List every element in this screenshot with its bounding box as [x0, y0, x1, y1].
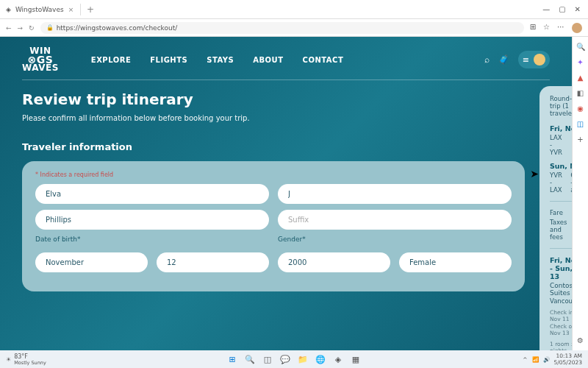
user-menu[interactable]: ≡	[518, 51, 550, 68]
hotel-city: Vancouver	[550, 297, 572, 305]
traveler-form: * Indicates a required field Date of bir…	[22, 161, 525, 291]
page-content: WIN ⊗GS WAVES EXPLORE FLIGHTS STAYS ABOU…	[0, 37, 572, 350]
chat-icon[interactable]: 💬	[279, 353, 291, 365]
flight-leg-1: Fri, Nov 11 LAX - YVR5:20 pm - 8:12	[550, 124, 572, 156]
sidebar-icon[interactable]: ◫	[577, 120, 584, 128]
url-input[interactable]: 🔒 https://wingstowaves.com/checkout/	[40, 22, 524, 34]
close-icon[interactable]: ×	[68, 6, 74, 13]
sidebar-icon[interactable]: ✦	[577, 58, 583, 66]
taskbar: ☀ 83°FMostly Sunny ⊞ 🔍 ◫ 💬 📁 🌐 ◈ ▦ ^ 📶 🔊…	[0, 350, 588, 368]
room-text: 1 room x 3 nights	[550, 341, 572, 350]
nav-stays[interactable]: STAYS	[207, 56, 234, 64]
search-sidebar-icon[interactable]: 🔍	[576, 43, 585, 51]
sidebar-icon[interactable]: ◧	[577, 89, 584, 97]
wifi-icon[interactable]: 📶	[532, 356, 539, 363]
refresh-icon[interactable]: ↻	[29, 24, 35, 32]
sidebar-icon[interactable]: ▲	[578, 74, 584, 82]
edge-sidebar: 🔍 ✦ ▲ ◧ ◉ ◫ + ⚙	[572, 37, 588, 350]
dob-day-input[interactable]	[157, 252, 269, 272]
app-icon[interactable]: ◈	[332, 353, 344, 365]
hotel-name: Contoso Suites	[550, 282, 572, 297]
checkout-text: Check out: Sun, Nov 13	[550, 323, 572, 336]
sun-icon: ☀	[6, 356, 11, 363]
profile-avatar[interactable]	[572, 23, 582, 33]
page-subtitle: Please confirm all information below bef…	[22, 114, 525, 122]
dob-label: Date of birth*	[35, 236, 269, 243]
sidebar-icon[interactable]: ◉	[577, 105, 584, 113]
explorer-icon[interactable]: 📁	[297, 353, 309, 365]
gender-input[interactable]	[399, 252, 512, 272]
suffix-input[interactable]	[278, 210, 512, 230]
first-name-input[interactable]	[35, 184, 269, 204]
browser-titlebar: ◈ WingstoWaves × + — ▢ ✕	[0, 0, 588, 19]
header-divider	[22, 79, 550, 80]
edge-icon[interactable]: 🌐	[315, 353, 326, 365]
search-icon[interactable]: ⌕	[484, 54, 490, 65]
minimize-icon[interactable]: —	[542, 5, 550, 13]
menu-icon[interactable]: ⋯	[557, 23, 564, 33]
task-view-icon[interactable]: ◫	[262, 353, 273, 365]
nav-explore[interactable]: EXPLORE	[91, 56, 131, 64]
url-text: https://wingstowaves.com/checkout/	[57, 24, 178, 32]
site-header: WIN ⊗GS WAVES EXPLORE FLIGHTS STAYS ABOU…	[0, 37, 572, 79]
app-icon[interactable]: ▦	[350, 353, 362, 365]
logo[interactable]: WIN ⊗GS WAVES	[22, 47, 59, 72]
nav-contact[interactable]: CONTACT	[303, 56, 344, 64]
address-bar: ← → ↻ 🔒 https://wingstowaves.com/checkou…	[0, 19, 588, 37]
close-window-icon[interactable]: ✕	[575, 5, 581, 13]
dob-month-input[interactable]	[35, 252, 148, 272]
user-avatar-icon	[534, 54, 545, 66]
extensions-icon[interactable]: ⊞	[530, 23, 536, 33]
back-icon[interactable]: ←	[6, 24, 12, 32]
main-nav: EXPLORE FLIGHTS STAYS ABOUT CONTACT	[91, 56, 343, 64]
dob-year-input[interactable]	[278, 252, 390, 272]
tab-title: WingstoWaves	[15, 6, 64, 13]
gender-label: Gender*	[278, 236, 512, 243]
favorites-icon[interactable]: ☆	[543, 23, 550, 33]
trip-type: Round-trip (1 traveler)	[550, 95, 572, 117]
page-title: Review trip itinerary	[22, 91, 525, 108]
nav-flights[interactable]: FLIGHTS	[150, 56, 187, 64]
checkin-text: Check in: Fri, Nov 11	[550, 309, 572, 322]
lock-icon: 🔒	[46, 24, 54, 31]
volume-icon[interactable]: 🔊	[543, 356, 550, 363]
middle-initial-input[interactable]	[278, 184, 512, 204]
trip-summary: Round-trip (1 traveler) Edit search Fri,…	[539, 86, 572, 350]
tax-label: Taxes and fees	[550, 219, 572, 241]
fare-label: Fare	[550, 209, 563, 216]
tray-chevron-icon[interactable]: ^	[523, 356, 527, 363]
settings-icon[interactable]: ⚙	[577, 336, 584, 344]
hamburger-icon: ≡	[523, 55, 529, 65]
start-icon[interactable]: ⊞	[226, 353, 238, 365]
sidebar-add-icon[interactable]: +	[577, 135, 583, 144]
new-tab-button[interactable]: +	[81, 4, 100, 15]
browser-tab[interactable]: ◈ WingstoWaves ×	[0, 4, 81, 15]
maximize-icon[interactable]: ▢	[559, 5, 565, 13]
suitcase-icon[interactable]: 🧳	[498, 54, 509, 65]
flight-leg-2: Sun, Nov 13 YVR - LAX6:45 am - 11:38 am	[550, 162, 572, 194]
required-note: * Indicates a required field	[35, 171, 512, 178]
section-heading: Traveler information	[22, 141, 525, 152]
last-name-input[interactable]	[35, 210, 269, 230]
nav-about[interactable]: ABOUT	[253, 56, 283, 64]
weather-widget[interactable]: ☀ 83°FMostly Sunny	[6, 353, 46, 366]
forward-icon[interactable]: →	[18, 24, 24, 32]
stay-dates: Fri, Nov 11 - Sun, Nov 13	[550, 256, 572, 280]
tab-favicon: ◈	[6, 6, 11, 13]
task-search-icon[interactable]: 🔍	[244, 353, 256, 365]
